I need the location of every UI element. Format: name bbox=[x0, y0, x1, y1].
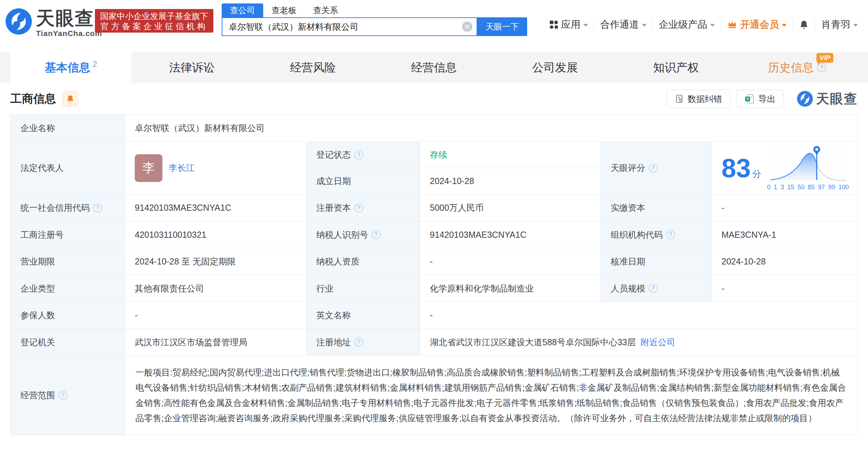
nav-partner[interactable]: 合作通道 bbox=[600, 18, 647, 31]
field-label-taxpayer-qualification: 纳税人资质 bbox=[307, 248, 420, 275]
chevron-down-icon bbox=[782, 24, 787, 27]
excel-icon: X bbox=[744, 94, 755, 104]
field-value-taxpayer-qualification: - bbox=[420, 248, 601, 275]
tab-company-development-label: 公司发展 bbox=[532, 60, 578, 76]
field-value-reg-status: 存续 bbox=[420, 142, 601, 168]
tab-intellectual-property[interactable]: 知识产权 bbox=[615, 52, 736, 83]
nav-enterprise[interactable]: 企业级产品 bbox=[659, 18, 715, 31]
score-curve bbox=[767, 145, 849, 181]
subscribe-bell-button[interactable] bbox=[62, 91, 78, 107]
brand-name: 天眼查 bbox=[36, 8, 102, 28]
nav-divider bbox=[653, 20, 653, 29]
field-label-approve-date: 核准日期 bbox=[601, 248, 712, 275]
field-value-insured-num: - bbox=[125, 302, 307, 329]
field-label-address: 注册地址 bbox=[307, 329, 420, 356]
field-value-approve-date: 2024-10-28 bbox=[712, 248, 858, 275]
field-label-company-type: 企业类型 bbox=[11, 275, 125, 302]
field-label-english-name: 英文名称 bbox=[307, 302, 420, 329]
search-tab-boss[interactable]: 查老板 bbox=[263, 3, 305, 17]
tab-history-info[interactable]: VIP 历史信息 bbox=[737, 52, 858, 83]
search-tab-company[interactable]: 查公司 bbox=[222, 3, 263, 17]
field-value-scope: 一般项目:贸易经纪;国内贸易代理;进出口代理;销售代理;货物进出口;橡胶制品销售… bbox=[125, 356, 858, 435]
nav-apps[interactable]: 应用 bbox=[549, 18, 588, 31]
field-value-credit-code: 91420103MAE3CNYA1C bbox=[125, 194, 307, 221]
document-correct-icon bbox=[674, 94, 684, 104]
search-input[interactable] bbox=[222, 22, 462, 32]
brand-domain: TianYanCha.com bbox=[36, 29, 102, 38]
tab-basic-info[interactable]: 基本信息 2 bbox=[10, 52, 131, 83]
field-label-org-code: 组织机构代码 bbox=[601, 221, 712, 248]
field-value-taxpayer-no: 91420103MAE3CNYA1C bbox=[420, 221, 601, 248]
address-text: 湖北省武汉市江汉区建设大道588号卓尔国际中心33层 bbox=[430, 337, 636, 348]
watermark-logo: 天眼查 bbox=[797, 90, 858, 108]
field-label-paid-capital: 实缴资本 bbox=[601, 194, 712, 221]
taxpayer-no-label-text: 纳税人识别号 bbox=[316, 229, 368, 241]
field-label-reg-status: 登记状态 bbox=[307, 142, 420, 168]
field-label-reg-no: 工商注册号 bbox=[11, 221, 125, 248]
tab-operating-risk[interactable]: 经营风险 bbox=[253, 52, 373, 83]
field-label-legal-rep: 法定代表人 bbox=[11, 142, 125, 194]
field-value-org-code: MAE3CNYA-1 bbox=[712, 221, 858, 248]
tab-business-info[interactable]: 经营信息 bbox=[373, 52, 494, 83]
tab-company-development[interactable]: 公司发展 bbox=[495, 52, 615, 83]
scope-label-text: 经营范围 bbox=[20, 390, 55, 401]
credential-badge-line1: 国家中小企业发展子基金旗下 bbox=[99, 11, 209, 21]
field-value-score[interactable]: 83 分 bbox=[712, 142, 858, 194]
help-icon[interactable] bbox=[354, 203, 363, 212]
legal-rep-avatar[interactable]: 李 bbox=[135, 154, 162, 182]
field-label-term: 营业期限 bbox=[11, 248, 125, 275]
help-icon[interactable] bbox=[354, 150, 363, 159]
watermark-text: 天眼查 bbox=[816, 90, 858, 108]
help-icon[interactable] bbox=[354, 338, 363, 347]
section-title: 工商信息 bbox=[10, 91, 56, 107]
help-icon[interactable] bbox=[59, 391, 68, 400]
score-axis: 0131550859799100 bbox=[767, 184, 849, 191]
help-icon[interactable] bbox=[372, 230, 381, 239]
search-button[interactable]: 天眼一下 bbox=[477, 17, 527, 36]
field-label-insured-num: 参保人数 bbox=[11, 302, 125, 329]
field-label-credit-code: 统一社会信用代码 bbox=[11, 194, 125, 221]
search-tab-relation[interactable]: 查关系 bbox=[305, 3, 346, 17]
field-value-reg-capital: 5000万人民币 bbox=[420, 194, 601, 221]
export-button[interactable]: X 导出 bbox=[736, 90, 783, 108]
help-icon[interactable] bbox=[649, 164, 658, 173]
field-label-establish-date: 成立日期 bbox=[307, 168, 420, 194]
search-box: ✕ bbox=[222, 17, 477, 36]
tianyancha-logo[interactable]: 天眼查 TianYanCha.com bbox=[5, 8, 102, 38]
field-value-paid-capital: - bbox=[712, 194, 858, 221]
field-value-establish-date: 2024-10-28 bbox=[420, 168, 601, 194]
org-code-label-text: 组织机构代码 bbox=[611, 229, 663, 241]
crown-icon bbox=[727, 19, 737, 30]
tab-legal[interactable]: 法律诉讼 bbox=[131, 52, 252, 83]
nav-vip[interactable]: 开通会员 bbox=[727, 18, 787, 31]
nav-apps-label: 应用 bbox=[561, 18, 581, 31]
nav-divider bbox=[792, 20, 793, 29]
reg-capital-label-text: 注册资本 bbox=[316, 202, 351, 214]
tianyancha-logo-icon bbox=[5, 8, 33, 35]
top-header: 天眼查 TianYanCha.com 国家中小企业发展子基金旗下 官方备案企业征… bbox=[0, 0, 868, 52]
nav-notifications[interactable] bbox=[799, 19, 809, 30]
svg-text:X: X bbox=[746, 97, 749, 101]
score-unit: 分 bbox=[752, 169, 761, 179]
field-value-address: 湖北省武汉市江汉区建设大道588号卓尔国际中心33层 附近公司 bbox=[420, 329, 858, 356]
help-icon[interactable] bbox=[666, 230, 675, 239]
nav-user[interactable]: 肖青羽 bbox=[821, 18, 858, 31]
tab-operating-risk-label: 经营风险 bbox=[290, 60, 336, 76]
bell-icon bbox=[66, 94, 75, 103]
field-label-staff-scale: 人员规模 bbox=[601, 275, 712, 302]
nav-enterprise-label: 企业级产品 bbox=[659, 18, 707, 31]
field-label-taxpayer-no: 纳税人识别号 bbox=[307, 221, 420, 248]
search-tabs: 查公司 查老板 查关系 bbox=[222, 3, 346, 17]
help-icon[interactable] bbox=[649, 284, 658, 293]
search-clear-icon[interactable]: ✕ bbox=[462, 21, 472, 32]
field-label-industry: 行业 bbox=[307, 275, 420, 302]
help-icon[interactable] bbox=[93, 203, 102, 212]
scope-text: 一般项目:贸易经纪;国内贸易代理;进出口代理;销售代理;货物进出口;橡胶制品销售… bbox=[135, 365, 847, 426]
credit-code-label-text: 统一社会信用代码 bbox=[20, 202, 90, 214]
data-correction-button[interactable]: 数据纠错 bbox=[666, 90, 730, 108]
address-label-text: 注册地址 bbox=[316, 337, 351, 348]
company-tab-bar: 基本信息 2 法律诉讼 经营风险 经营信息 公司发展 知识产权 VIP 历史信息 bbox=[0, 52, 868, 83]
tab-basic-info-count: 2 bbox=[92, 59, 97, 69]
nearby-companies-link[interactable]: 附近公司 bbox=[641, 337, 675, 348]
legal-rep-link[interactable]: 李长江 bbox=[169, 162, 195, 174]
